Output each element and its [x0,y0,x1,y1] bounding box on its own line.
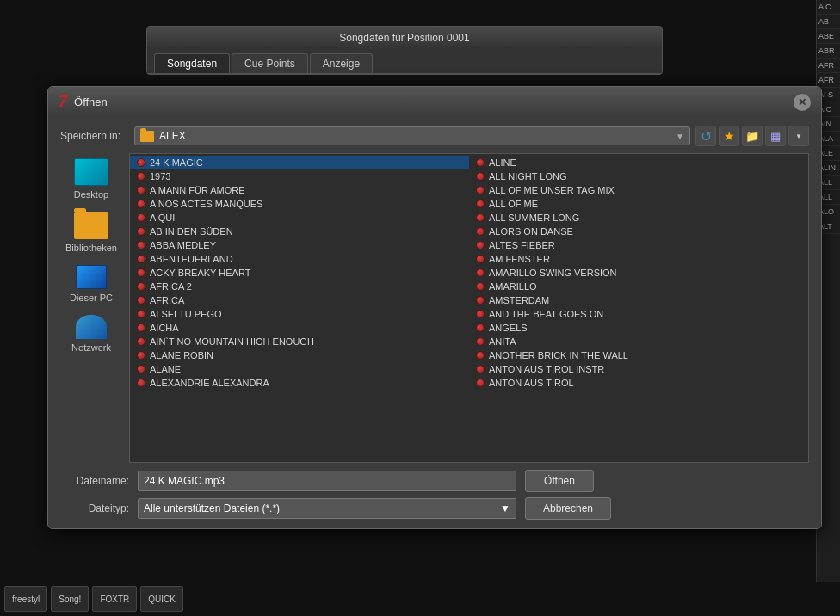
open-button[interactable]: Öffnen [525,470,594,492]
file-dot-icon [137,172,145,181]
dialog-title-left: 7 Öffnen [59,93,108,111]
file-dot-icon [476,241,485,249]
file-item[interactable]: A QUI [130,211,469,225]
file-list-inner: 24 K MAGIC 1973 A MANN FÜR AMORE A [130,154,808,462]
close-button[interactable]: ✕ [794,94,811,111]
file-item[interactable]: ALTES FIEBER [469,238,808,252]
file-name: ALANE ROBIN [150,350,213,360]
bottom-btn-freestyl[interactable]: freestyl [4,586,47,612]
file-dot-icon [137,158,145,167]
file-name: ALL NIGHT LONG [489,171,566,182]
file-dot-icon [137,337,145,346]
save-in-label: Speichern in: [60,130,129,142]
nav-this-pc[interactable]: Dieser PC [60,260,122,308]
file-item[interactable]: ACKY BREAKY HEART [130,266,469,280]
file-item[interactable]: ABBA MEDLEY [130,238,469,252]
file-name: 1973 [150,171,170,182]
form-area: Dateiname: Öffnen Dateityp: Alle unterst… [60,470,809,520]
file-name: A MANN FÜR AMORE [150,185,245,195]
file-item[interactable]: ALORS ON DANSE [469,225,808,238]
file-dot-icon [137,296,145,305]
tab-songdaten[interactable]: Songdaten [154,53,230,73]
file-item[interactable]: AM FENSTER [469,252,808,266]
file-item[interactable]: 1973 [130,169,469,183]
file-item[interactable]: AB IN DEN SÜDEN [130,225,469,238]
file-column-left: 24 K MAGIC 1973 A MANN FÜR AMORE A [130,154,469,462]
folder-combo[interactable]: ALEX ▼ [134,126,690,145]
file-item[interactable]: A MANN FÜR AMORE [130,183,469,197]
file-item[interactable]: ALL SUMMER LONG [469,211,808,225]
file-item[interactable]: 24 K MAGIC [130,156,469,169]
sidebar-item: AB [817,15,840,29]
file-item[interactable]: AIN`T NO MOUNTAIN HIGH ENOUGH [130,335,469,348]
file-dot-icon [137,282,145,291]
favorites-button[interactable]: ★ [719,126,739,146]
file-name: AFRICA 2 [150,281,192,292]
file-name: ABENTEUERLAND [150,254,233,264]
file-item[interactable]: ALL OF ME [469,197,808,211]
file-dot-icon [476,172,485,181]
back-button[interactable]: ↺ [695,126,716,146]
file-item[interactable]: ALEXANDRIE ALEXANDRA [130,376,469,390]
sidebar-item: ABE [817,29,840,44]
file-item[interactable]: A NOS ACTES MANQUES [130,197,469,211]
bottom-btn-quick[interactable]: QUICK [140,586,183,612]
songdaten-tabs: Songdaten Cue Points Anzeige [147,49,662,74]
file-item[interactable]: AICHA [130,321,469,335]
view-dropdown-button[interactable]: ▼ [788,126,809,146]
filename-label: Dateiname: [60,475,129,487]
left-nav: Desktop Bibliotheken Dieser PC Netzwerk [60,153,129,463]
nav-libraries[interactable]: Bibliotheken [60,206,122,258]
file-name: ANOTHER BRICK IN THE WALL [489,350,628,360]
file-item[interactable]: ANOTHER BRICK IN THE WALL [469,348,808,362]
filename-input[interactable] [138,471,516,491]
content-area: Desktop Bibliotheken Dieser PC Netzwerk [60,153,809,463]
file-item[interactable]: ALL OF ME UNSER TAG MIX [469,183,808,197]
file-item[interactable]: ANITA [469,335,808,348]
file-name: ALANE [150,364,181,374]
dialog-app-icon: 7 [59,93,67,111]
sidebar-item: ABR [817,44,840,59]
file-item[interactable]: ANTON AUS TIROL [469,376,808,390]
file-dot-icon [476,158,485,167]
file-dot-icon [137,255,145,263]
bottom-btn-foxtr[interactable]: FOXTR [92,586,137,612]
file-dot-icon [476,200,485,208]
cancel-button[interactable]: Abbrechen [525,497,611,520]
file-item[interactable]: AMARILLO SWING VERSION [469,266,808,280]
file-item[interactable]: ANGELS [469,321,808,335]
file-item[interactable]: ALANE ROBIN [130,348,469,362]
file-item[interactable]: AMSTERDAM [469,293,808,307]
bottom-btn-song[interactable]: Song! [51,586,89,612]
file-item[interactable]: AND THE BEAT GOES ON [469,307,808,321]
songdaten-window: Songdaten für Position 0001 Songdaten Cu… [146,26,663,75]
view-button[interactable]: ▦ [765,126,786,146]
file-name: ANTON AUS TIROL [489,378,574,388]
nav-desktop[interactable]: Desktop [60,153,122,205]
file-item[interactable]: ANTON AUS TIROL INSTR [469,362,808,376]
file-item[interactable]: AMARILLO [469,280,808,293]
file-name: 24 K MAGIC [150,157,203,168]
new-folder-button[interactable]: 📁 [742,126,763,146]
file-name: ACKY BREAKY HEART [150,268,250,278]
file-item[interactable]: AI SEI TU PEGO [130,307,469,321]
tab-cuepoints[interactable]: Cue Points [232,53,308,73]
file-name: AND THE BEAT GOES ON [489,309,603,319]
nav-pc-label: Dieser PC [70,293,113,303]
file-item[interactable]: ABENTEUERLAND [130,252,469,266]
tab-anzeige[interactable]: Anzeige [310,53,373,73]
file-name: ANITA [489,336,516,347]
file-item[interactable]: AFRICA 2 [130,280,469,293]
file-name: ANGELS [489,323,528,333]
file-dot-icon [476,268,485,277]
file-list-area: 24 K MAGIC 1973 A MANN FÜR AMORE A [129,153,809,463]
file-dot-icon [137,310,145,318]
file-dot-icon [476,351,485,360]
file-item[interactable]: ALANE [130,362,469,376]
file-item[interactable]: ALINE [469,156,808,169]
nav-network[interactable]: Netzwerk [60,310,122,358]
file-item[interactable]: AFRICA [130,293,469,307]
file-name: A QUI [150,213,175,223]
filetype-select[interactable]: Alle unterstützen Dateien (*.*) ▼ [138,498,516,519]
file-item[interactable]: ALL NIGHT LONG [469,169,808,183]
